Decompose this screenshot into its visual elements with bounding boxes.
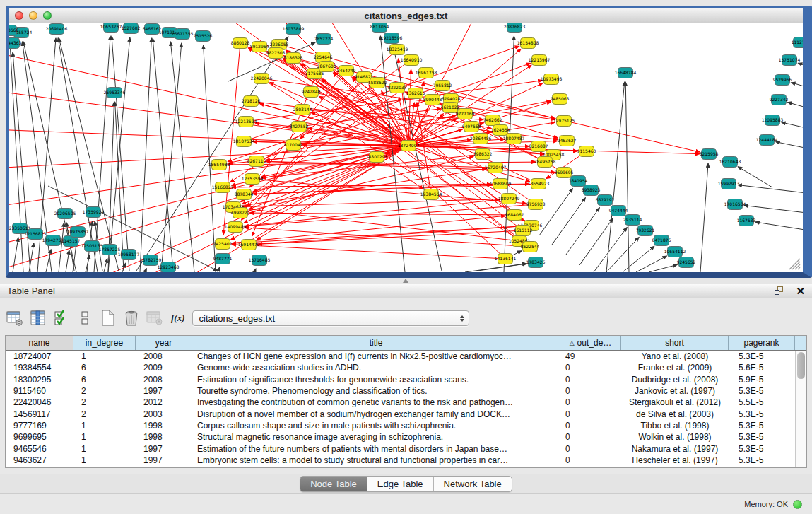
graph-edge[interactable] [755,222,803,232]
graph-node[interactable]: 2935114 [623,215,642,226]
graph-node[interactable]: 15751074 [779,55,801,66]
table-row[interactable]: 977716911998Corpus callosum shape and si… [6,420,795,431]
graph-edge[interactable] [787,103,803,111]
graph-node[interactable]: 1615112 [514,226,533,236]
graph-node[interactable]: 12213967 [529,55,551,66]
graph-node[interactable]: 16640910 [401,55,423,66]
graph-node[interactable]: 8186328 [284,53,303,64]
table-row[interactable]: 1872400712008Changes of HCN gene express… [6,351,795,362]
graph-node[interactable]: 16961758 [416,68,437,78]
graph-node[interactable]: 10958177 [118,250,140,260]
tab-edge-table[interactable]: Edge Table [367,477,434,491]
graph-node[interactable]: 1527602 [122,23,141,34]
graph-node[interactable]: 9463627 [558,136,577,146]
graph-node[interactable]: 12923468 [158,262,180,273]
graph-node[interactable]: 9487771 [213,254,233,264]
graph-node[interactable]: 8990448 [423,95,442,105]
graph-node[interactable]: 2867608 [317,62,336,72]
network-canvas[interactable]: 1872400788601288912954222605898275088186… [9,23,803,272]
graph-node[interactable]: 1944363 [9,38,22,49]
graph-node[interactable]: 15992913 [718,179,740,189]
graph-node[interactable]: 7986322 [473,149,493,160]
graph-edge[interactable] [606,82,625,272]
graph-node[interactable]: 7515526 [194,31,213,42]
graph-node[interactable]: 8471876 [652,235,671,246]
zoom-window-icon[interactable] [43,11,52,20]
graph-node[interactable]: 12975125 [553,116,575,127]
graph-node[interactable]: 9474444 [609,206,628,216]
graph-node[interactable]: 1362615 [406,88,425,99]
graph-node[interactable]: 10973493 [541,74,563,85]
table-row[interactable]: 2242004622012Investigating the contribut… [6,397,795,408]
graph-edge[interactable] [161,43,182,272]
graph-node[interactable]: 9227342 [770,95,789,105]
graph-edge[interactable] [744,206,803,214]
graph-node[interactable]: 1112753 [792,37,803,48]
column-header-out-degree[interactable]: △out_de… [560,336,621,350]
column-header-in-degree[interactable]: in_degree [73,336,136,350]
table-row[interactable]: 1830029562008Estimation of significance … [6,374,795,385]
graph-edge[interactable] [782,122,803,131]
graph-node[interactable]: 9242848 [302,87,321,98]
table-row[interactable]: 946554611997Estimation of the future num… [6,443,795,454]
tab-network-table[interactable]: Network Table [434,477,512,491]
graph-edge[interactable] [791,83,803,90]
graph-edge[interactable] [798,63,803,70]
graph-node[interactable]: 12444184 [756,135,778,146]
column-header-name[interactable]: name [6,336,73,350]
graph-edge[interactable] [539,189,572,235]
tab-node-table[interactable]: Node Table [300,477,367,491]
graph-edge[interactable] [59,223,64,272]
graph-node[interactable]: 7857224 [314,34,334,45]
graph-edge[interactable] [9,146,408,207]
column-header-year[interactable]: year [136,336,192,350]
resize-grip-icon[interactable] [789,259,800,269]
graph-edge[interactable] [13,238,18,272]
graph-node[interactable]: 15166827 [212,182,234,193]
graph-node[interactable]: 20876823 [504,23,526,33]
graph-node[interactable]: 8215958 [700,149,719,160]
graph-node[interactable]: 12095883 [762,115,784,126]
new-file-icon[interactable] [98,309,118,327]
column-header-short[interactable]: short [621,336,729,350]
graph-edge[interactable] [104,259,107,272]
graph-node[interactable]: 9827508 [266,48,286,59]
graph-node[interactable]: 16154808 [517,38,539,49]
graph-node[interactable]: 8216087 [529,141,548,152]
graph-node[interactable]: 20691406 [46,24,68,35]
graph-edge[interactable] [776,142,803,151]
graph-node[interactable]: 9699695 [555,168,574,178]
graph-edge[interactable] [738,167,772,187]
graph-node[interactable]: 1167533 [737,216,756,226]
graph-node[interactable]: 15716485 [249,255,271,266]
float-panel-icon[interactable] [775,286,784,296]
graph-node[interactable]: 7425402 [213,239,233,250]
graph-node[interactable]: 10654112 [664,247,686,257]
splitter-handle-icon[interactable] [403,279,408,283]
graph-edge[interactable] [254,269,256,272]
graph-edge[interactable] [66,250,69,272]
graph-node[interactable]: 6879197 [596,195,615,206]
graph-node[interactable]: 8878344 [235,189,254,200]
graph-node[interactable]: 7462662 [483,115,502,126]
graph-node[interactable]: 8170041 [284,140,303,151]
graph-edge[interactable] [649,264,677,272]
graph-edge[interactable] [86,255,90,272]
graph-node[interactable]: 8938923 [582,185,601,196]
graph-edge[interactable] [218,267,220,272]
graph-node[interactable]: 16210643 [719,157,741,168]
table-settings-icon[interactable] [5,309,25,327]
graph-node[interactable]: 8860128 [231,38,250,49]
graph-node[interactable]: 2718126 [242,96,261,107]
graph-node[interactable]: 7485063 [551,94,570,105]
table-row[interactable]: 1938455462009Genome-wide association stu… [6,362,795,373]
validate-table-icon[interactable] [52,309,71,327]
graph-node[interactable]: 2803144 [293,105,312,115]
graph-node[interactable]: 1588520 [368,78,387,88]
graph-node[interactable]: 8813054 [370,23,389,33]
graph-node[interactable]: 16648784 [615,68,637,78]
graph-edge[interactable] [170,42,194,272]
graph-node[interactable]: 16033809 [283,24,305,35]
graph-node[interactable]: 4998222 [231,208,250,218]
table-row[interactable]: 946362711997Embryonic stem cells: a mode… [6,455,795,466]
